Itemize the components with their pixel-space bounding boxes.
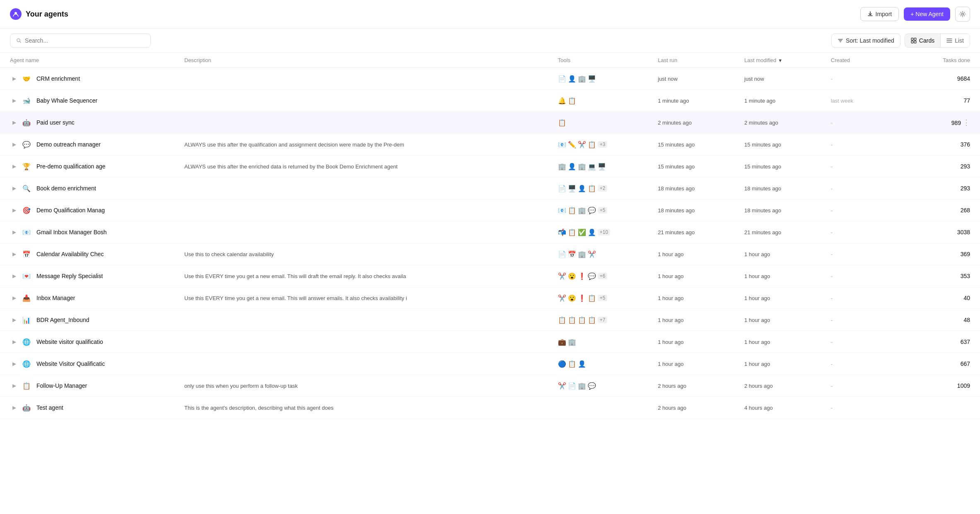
last-modified-cell: 2 hours ago <box>739 375 826 397</box>
tasks-done-cell: 77 <box>912 90 980 112</box>
search-input[interactable] <box>25 37 145 44</box>
sort-button[interactable]: Sort: Last modified <box>831 34 900 48</box>
cards-label: Cards <box>919 37 934 44</box>
last-modified-cell: 1 minute ago <box>739 90 826 112</box>
row-expand-btn[interactable]: ▶ <box>10 229 18 235</box>
search-icon <box>16 38 22 43</box>
description-cell <box>179 353 553 375</box>
row-expand-btn[interactable]: ▶ <box>10 142 18 147</box>
header-actions: Import + New Agent <box>860 7 970 22</box>
agent-icon: 🔍 <box>21 183 32 194</box>
app-logo <box>10 8 22 20</box>
tasks-done-value: 376 <box>961 141 970 148</box>
tools-more-badge: +7 <box>598 317 608 323</box>
list-view-button[interactable]: List <box>940 34 970 47</box>
row-expand-btn[interactable]: ▶ <box>10 98 18 103</box>
description-cell: Use this EVERY time you get a new email.… <box>179 287 553 309</box>
last-modified-cell: 1 hour ago <box>739 353 826 375</box>
table-row[interactable]: ▶ 📧 Gmail Inbox Manager Bosh 📬📋✅👤+1021 m… <box>0 221 980 243</box>
row-options-menu[interactable]: ⋮ <box>963 118 970 127</box>
tool-icon: ❗ <box>578 272 586 280</box>
tasks-done-cell: 989 ⋮ <box>912 112 980 134</box>
tasks-done-value: 353 <box>961 273 970 279</box>
tool-icon: 👤 <box>588 228 596 236</box>
tool-icon: 📋 <box>568 207 576 214</box>
table-row[interactable]: ▶ 🎯 Demo Qualification Manag 📧📋🏢💬+518 mi… <box>0 199 980 221</box>
table-row[interactable]: ▶ 🤖 Paid user sync 📋2 minutes ago2 minut… <box>0 112 980 134</box>
cards-view-button[interactable]: Cards <box>905 34 940 47</box>
tasks-done-cell: 293 <box>912 178 980 199</box>
agent-name-label: BDR Agent_Inbound <box>36 317 89 323</box>
agent-name-label: Website visitor qualificatio <box>36 339 103 345</box>
row-expand-btn[interactable]: ▶ <box>10 339 18 345</box>
table-row[interactable]: ▶ 💌 Message Reply Specialist Use this EV… <box>0 265 980 287</box>
tool-icon: ✂️ <box>588 250 596 258</box>
import-button[interactable]: Import <box>860 7 899 21</box>
row-expand-btn[interactable]: ▶ <box>10 185 18 191</box>
row-expand-btn[interactable]: ▶ <box>10 383 18 389</box>
table-row[interactable]: ▶ 📅 Calendar Availability Chec Use this … <box>0 243 980 265</box>
tools-cell: 📧✏️✂️📋+3 <box>553 134 653 156</box>
tool-icon: 📋 <box>568 228 576 236</box>
last-modified-cell: 18 minutes ago <box>739 199 826 221</box>
tool-icon: 📋 <box>588 141 596 149</box>
row-expand-btn[interactable]: ▶ <box>10 76 18 82</box>
table-row[interactable]: ▶ 🐋 Baby Whale Sequencer 🔔📋1 minute ago1… <box>0 90 980 112</box>
description-cell <box>179 309 553 331</box>
row-expand-btn[interactable]: ▶ <box>10 361 18 367</box>
last-run-cell: 1 hour ago <box>653 265 739 287</box>
created-cell: - <box>826 353 912 375</box>
svg-rect-3 <box>911 38 913 40</box>
last-run-cell: 1 hour ago <box>653 287 739 309</box>
last-modified-sort[interactable]: Last modified ▼ <box>744 57 782 63</box>
import-label: Import <box>876 11 892 17</box>
row-expand-btn[interactable]: ▶ <box>10 405 18 411</box>
tool-icon: 😮 <box>568 272 576 280</box>
row-expand-btn[interactable]: ▶ <box>10 317 18 323</box>
tool-icon: 🏢 <box>578 163 586 171</box>
table-row[interactable]: ▶ 🔍 Book demo enrichment 📄🖥️👤📋+218 minut… <box>0 178 980 199</box>
tasks-done-cell: 40 <box>912 287 980 309</box>
table-row[interactable]: ▶ 📋 Follow-Up Manager only use this when… <box>0 375 980 397</box>
tool-icon: 💬 <box>588 207 596 214</box>
table-row[interactable]: ▶ 🤝 CRM enrichment 📄👤🏢🖥️just nowjust now… <box>0 68 980 90</box>
sort-icon <box>838 38 843 43</box>
description-cell: ALWAYS use this after the enriched data … <box>179 156 553 178</box>
col-tasks-done-label: Tasks done <box>943 57 970 63</box>
svg-rect-5 <box>911 41 913 43</box>
table-row[interactable]: ▶ 🏆 Pre-demo qualification age ALWAYS us… <box>0 156 980 178</box>
description-cell <box>179 112 553 134</box>
created-cell: - <box>826 156 912 178</box>
table-row[interactable]: ▶ 💬 Demo outreach manager ALWAYS use thi… <box>0 134 980 156</box>
tool-icon: ✂️ <box>558 272 566 280</box>
last-modified-cell: 1 hour ago <box>739 331 826 353</box>
table-row[interactable]: ▶ 🌐 Website Visitor Qualificatic 🔵📋👤1 ho… <box>0 353 980 375</box>
import-icon <box>867 11 873 17</box>
row-expand-btn[interactable]: ▶ <box>10 120 18 125</box>
row-expand-btn[interactable]: ▶ <box>10 207 18 213</box>
col-last-run: Last run <box>653 53 739 68</box>
tool-icon: 📄 <box>568 382 576 390</box>
tool-icon: ✏️ <box>568 141 576 149</box>
agent-icon: 💌 <box>21 270 32 282</box>
table-row[interactable]: ▶ 📥 Inbox Manager Use this EVERY time yo… <box>0 287 980 309</box>
row-expand-btn[interactable]: ▶ <box>10 251 18 257</box>
table-row[interactable]: ▶ 📊 BDR Agent_Inbound 📋📋📋📋+71 hour ago1 … <box>0 309 980 331</box>
new-agent-button[interactable]: + New Agent <box>904 7 950 21</box>
row-expand-btn[interactable]: ▶ <box>10 273 18 279</box>
col-last-modified[interactable]: Last modified ▼ <box>739 53 826 68</box>
row-expand-btn[interactable]: ▶ <box>10 295 18 301</box>
table-row[interactable]: ▶ 🌐 Website visitor qualificatio 💼🏢1 hou… <box>0 331 980 353</box>
col-created-label: Created <box>831 57 850 63</box>
agent-name-cell: ▶ 📊 BDR Agent_Inbound <box>0 309 179 331</box>
last-run-cell: 2 hours ago <box>653 397 739 419</box>
tasks-done-cell: 369 <box>912 243 980 265</box>
agent-name-cell: ▶ 🐋 Baby Whale Sequencer <box>0 90 179 112</box>
row-expand-btn[interactable]: ▶ <box>10 163 18 169</box>
view-toggle: Cards List <box>905 34 970 48</box>
search-box[interactable] <box>10 34 151 48</box>
created-cell: - <box>826 221 912 243</box>
table-row[interactable]: ▶ 🤖 Test agent This is the agent's descr… <box>0 397 980 419</box>
tool-icon: ✅ <box>578 228 586 236</box>
settings-button[interactable] <box>955 7 970 22</box>
